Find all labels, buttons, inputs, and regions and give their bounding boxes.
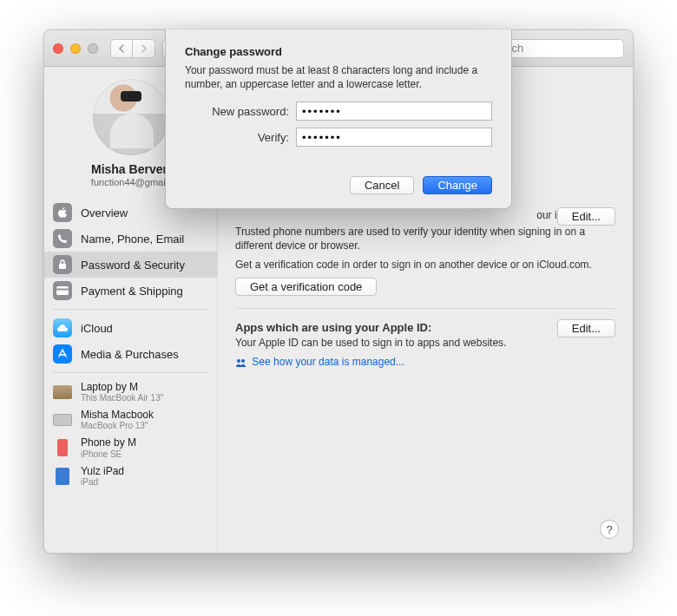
phone-icon bbox=[53, 229, 72, 248]
device-name: Phone by M bbox=[81, 437, 136, 449]
nav-icloud-label: iCloud bbox=[81, 322, 113, 335]
data-managed-link[interactable]: See how your data is managed... bbox=[252, 356, 404, 368]
new-password-label: New password: bbox=[185, 105, 289, 118]
device-laptop-icon bbox=[53, 414, 72, 426]
maximize-window-button bbox=[88, 43, 98, 54]
close-window-button[interactable] bbox=[53, 43, 63, 54]
services-list: iCloud Media & Purchases bbox=[44, 315, 217, 367]
nav-pay-label: Payment & Shipping bbox=[81, 285, 183, 298]
icloud-icon bbox=[53, 318, 72, 337]
device-sub: iPhone SE bbox=[81, 449, 136, 459]
device-lines: Laptop by M This MacBook Air 13" bbox=[81, 382, 163, 403]
edit-trusted-numbers-button[interactable]: Edit... bbox=[557, 207, 615, 226]
svg-rect-2 bbox=[59, 264, 66, 269]
svg-point-6 bbox=[241, 359, 245, 363]
apps-section: Edit... Apps which are using your Apple … bbox=[235, 321, 615, 368]
data-managed-row: See how your data is managed... bbox=[235, 355, 615, 368]
nav-list: Overview Name, Phone, Email Password & S… bbox=[44, 200, 217, 304]
edit-apps-button[interactable]: Edit... bbox=[557, 319, 615, 337]
nav-separator-2 bbox=[53, 372, 208, 373]
verify-password-input[interactable] bbox=[296, 128, 492, 147]
people-icon bbox=[235, 356, 250, 368]
sheet-actions: Cancel Change bbox=[185, 176, 492, 194]
device-phone-icon bbox=[57, 439, 68, 456]
history-nav bbox=[110, 39, 155, 58]
avatar[interactable] bbox=[93, 79, 169, 155]
new-password-input[interactable] bbox=[296, 102, 492, 121]
verify-password-row: Verify: bbox=[185, 128, 492, 147]
device-sub: MacBook Pro 13" bbox=[81, 421, 154, 430]
device-item[interactable]: Phone by M iPhone SE bbox=[44, 434, 217, 462]
svg-point-5 bbox=[237, 359, 240, 363]
nav-payment-shipping[interactable]: Payment & Shipping bbox=[44, 278, 217, 304]
device-lines: Misha Macbook MacBook Pro 13" bbox=[81, 410, 154, 430]
nav-password-security[interactable]: Password & Security bbox=[44, 252, 217, 278]
apps-text: Your Apple ID can be used to sign in to … bbox=[235, 336, 615, 350]
lock-icon bbox=[53, 255, 72, 274]
nav-ps-label: Password & Security bbox=[81, 259, 185, 272]
device-name: Yulz iPad bbox=[81, 466, 124, 477]
device-item[interactable]: Misha Macbook MacBook Pro 13" bbox=[44, 406, 217, 434]
back-button[interactable] bbox=[110, 39, 133, 58]
nav-icloud[interactable]: iCloud bbox=[44, 315, 217, 341]
nav-overview-label: Overview bbox=[81, 206, 128, 220]
nav-media-label: Media & Purchases bbox=[81, 348, 179, 361]
device-lines: Yulz iPad iPad bbox=[81, 466, 124, 487]
nav-media-purchases[interactable]: Media & Purchases bbox=[44, 341, 217, 367]
verification-text: Get a verification code in order to sign… bbox=[235, 258, 615, 272]
minimize-window-button[interactable] bbox=[70, 43, 81, 54]
appstore-icon bbox=[53, 344, 72, 364]
nav-name-phone-email[interactable]: Name, Phone, Email bbox=[44, 226, 217, 252]
trusted-numbers-section: our identity when Edit... Trusted phone … bbox=[235, 209, 615, 296]
nav-npe-label: Name, Phone, Email bbox=[81, 233, 184, 246]
get-verification-code-button[interactable]: Get a verification code bbox=[235, 278, 377, 296]
device-sub: iPad bbox=[81, 477, 124, 487]
chevron-left-icon bbox=[118, 44, 125, 53]
change-button[interactable]: Change bbox=[423, 176, 492, 194]
forward-button[interactable] bbox=[133, 39, 155, 58]
change-password-sheet: Change password Your password must be at… bbox=[165, 29, 512, 209]
verify-password-label: Verify: bbox=[185, 131, 289, 144]
sheet-instructions: Your password must be at least 8 charact… bbox=[185, 63, 492, 91]
device-item[interactable]: Laptop by M This MacBook Air 13" bbox=[44, 378, 217, 406]
cancel-button[interactable]: Cancel bbox=[350, 176, 414, 194]
device-laptop-icon bbox=[53, 385, 72, 399]
device-name: Misha Macbook bbox=[81, 410, 154, 421]
card-icon bbox=[53, 281, 72, 300]
svg-rect-4 bbox=[56, 289, 69, 291]
device-item[interactable]: Yulz iPad iPad bbox=[44, 462, 217, 487]
window-controls bbox=[53, 43, 98, 54]
trusted-numbers-text: Trusted phone numbers are used to verify… bbox=[235, 225, 615, 252]
help-label: ? bbox=[606, 523, 612, 536]
section-divider bbox=[235, 308, 615, 309]
nav-separator bbox=[53, 309, 208, 310]
device-sub: This MacBook Air 13" bbox=[81, 393, 163, 403]
devices-list: Laptop by M This MacBook Air 13" Misha M… bbox=[44, 378, 217, 490]
chevron-right-icon bbox=[141, 44, 148, 53]
new-password-row: New password: bbox=[185, 102, 492, 121]
device-lines: Phone by M iPhone SE bbox=[81, 437, 136, 458]
svg-rect-3 bbox=[56, 286, 69, 295]
sheet-title: Change password bbox=[185, 45, 492, 58]
help-button[interactable]: ? bbox=[600, 520, 619, 539]
apple-icon bbox=[53, 203, 72, 222]
device-name: Laptop by M bbox=[81, 382, 163, 393]
device-ipad-icon bbox=[56, 468, 69, 485]
